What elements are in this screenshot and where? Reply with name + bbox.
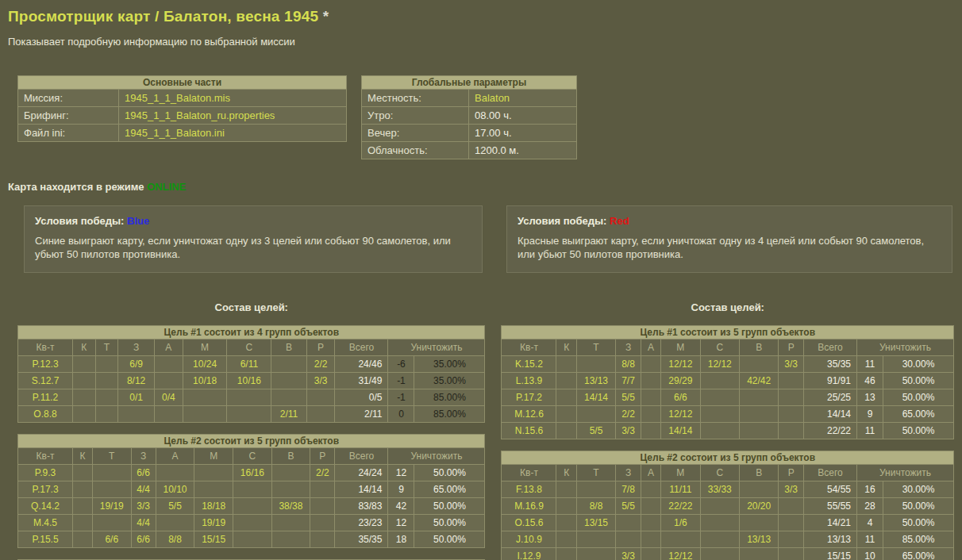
map-viewer-page: Просмотрщик карт / Балатон, весна 1945 *… bbox=[0, 0, 962, 560]
destroy-percent-cell: 85.00% bbox=[414, 405, 485, 422]
info-tables-row: Основные частиМиссия:1945_1_1_Balaton.mi… bbox=[17, 75, 954, 159]
type-count-cell: 13/15 bbox=[576, 514, 615, 531]
type-count-cell bbox=[641, 372, 660, 389]
type-count-cell: 6/6 bbox=[131, 464, 156, 481]
type-count-cell bbox=[739, 389, 778, 405]
destroy-percent-cell: 50.00% bbox=[883, 422, 954, 439]
info-value: 17.00 ч. bbox=[469, 125, 577, 142]
column-header: Кв-т bbox=[502, 464, 556, 481]
type-count-cell bbox=[73, 497, 93, 514]
victory-heading-label: Условия победы: bbox=[518, 215, 606, 227]
destroy-percent-cell: 50.00% bbox=[883, 497, 954, 514]
type-count-cell bbox=[118, 405, 155, 422]
quadrant-link[interactable]: P.11.2 bbox=[18, 389, 73, 405]
map-mode-line: Карта находится в режиме ONLINE bbox=[8, 181, 954, 193]
column-header: Всего bbox=[804, 464, 857, 481]
quadrant-link[interactable]: M.16.9 bbox=[502, 497, 556, 514]
type-count-cell bbox=[700, 531, 739, 547]
type-count-cell bbox=[576, 355, 615, 372]
info-table: Глобальные параметрыМестность:BalatonУтр… bbox=[361, 75, 577, 159]
victory-heading: Условия победы: Red bbox=[518, 215, 941, 227]
type-count-cell bbox=[310, 514, 335, 531]
type-count-cell: 5/5 bbox=[616, 389, 641, 405]
quadrant-link[interactable]: N.15.6 bbox=[502, 422, 556, 439]
destroy-percent-cell: 50.00% bbox=[883, 389, 954, 405]
quadrant-link[interactable]: I.12.9 bbox=[502, 547, 556, 560]
quadrant-link[interactable]: M.12.6 bbox=[502, 405, 556, 422]
page-subtitle: Показывает подробную информацию по выбра… bbox=[8, 36, 954, 48]
quadrant-link[interactable]: M.4.5 bbox=[18, 514, 73, 531]
type-count-cell bbox=[700, 497, 739, 514]
type-count-cell bbox=[73, 389, 96, 405]
type-count-cell: 6/11 bbox=[227, 355, 271, 372]
target-row: K.15.28/812/1212/123/335/351130.00% bbox=[502, 355, 954, 372]
destroy-count-cell: 4 bbox=[857, 514, 883, 531]
quadrant-link[interactable]: P.12.3 bbox=[18, 355, 73, 372]
type-count-cell: 3/3 bbox=[616, 422, 641, 439]
quadrant-link[interactable]: O.8.8 bbox=[18, 405, 73, 422]
type-count-cell: 5/5 bbox=[616, 497, 641, 514]
type-count-cell: 6/6 bbox=[131, 531, 156, 547]
quadrant-link[interactable]: S.12.7 bbox=[18, 372, 73, 389]
info-label: Вечер: bbox=[362, 125, 469, 142]
type-count-cell: 12/12 bbox=[661, 355, 700, 372]
column-header: К bbox=[556, 464, 576, 481]
quadrant-link[interactable]: P.9.3 bbox=[18, 464, 73, 481]
info-value-link[interactable]: 1945_1_1_Balaton.ini bbox=[119, 125, 347, 142]
destroy-count-cell: 28 bbox=[857, 497, 883, 514]
target-row: O.8.82/112/11085.00% bbox=[18, 405, 485, 422]
type-count-cell bbox=[271, 389, 306, 405]
quadrant-link[interactable]: Q.14.2 bbox=[18, 497, 73, 514]
column-header: З bbox=[118, 339, 155, 355]
type-count-cell: 3/3 bbox=[616, 547, 641, 560]
quadrant-link[interactable]: L.13.9 bbox=[502, 372, 556, 389]
type-count-cell: 10/10 bbox=[156, 481, 194, 497]
type-count-cell bbox=[739, 355, 778, 372]
info-row: Брифинг:1945_1_1_Balaton_ru.properties bbox=[18, 107, 347, 125]
target-row: J.10.913/1313/131185.00% bbox=[502, 531, 954, 547]
type-count-cell: 10/18 bbox=[183, 372, 227, 389]
column-header: Уничтожить bbox=[857, 339, 954, 355]
type-count-cell: 6/6 bbox=[661, 389, 700, 405]
type-count-cell bbox=[641, 481, 660, 497]
column-header: Р bbox=[306, 339, 335, 355]
targets-heading-right: Состав целей: bbox=[501, 301, 954, 313]
target-row: P.17.214/145/56/625/251350.00% bbox=[502, 389, 954, 405]
destroy-count-cell: 42 bbox=[388, 497, 414, 514]
total-cell: 31/49 bbox=[335, 372, 388, 389]
quadrant-link[interactable]: F.13.8 bbox=[502, 481, 556, 497]
type-count-cell: 12/12 bbox=[700, 355, 739, 372]
quadrant-link[interactable]: P.17.3 bbox=[18, 481, 73, 497]
column-header: Уничтожить bbox=[388, 339, 485, 355]
info-value-link[interactable]: Balaton bbox=[469, 90, 577, 107]
type-count-cell: 19/19 bbox=[194, 514, 233, 531]
page-title-link[interactable]: Просмотрщик карт bbox=[8, 8, 150, 25]
type-count-cell bbox=[700, 389, 739, 405]
destroy-percent-cell: 65.00% bbox=[883, 547, 954, 560]
quadrant-link[interactable]: K.15.2 bbox=[502, 355, 556, 372]
info-value-link[interactable]: 1945_1_1_Balaton.mis bbox=[119, 90, 347, 107]
column-header: С bbox=[227, 339, 271, 355]
type-count-cell bbox=[641, 389, 660, 405]
quadrant-link[interactable]: P.17.2 bbox=[502, 389, 556, 405]
type-count-cell bbox=[310, 531, 335, 547]
info-value-link[interactable]: 1945_1_1_Balaton_ru.properties bbox=[119, 107, 347, 125]
info-table: Основные частиМиссия:1945_1_1_Balaton.mi… bbox=[17, 75, 347, 142]
column-header: В bbox=[271, 447, 310, 464]
total-cell: 2/11 bbox=[335, 405, 388, 422]
destroy-percent-cell: 50.00% bbox=[883, 514, 954, 531]
quadrant-link[interactable]: O.15.6 bbox=[502, 514, 556, 531]
column-header: Всего bbox=[335, 447, 388, 464]
type-count-cell bbox=[233, 531, 271, 547]
quadrant-link[interactable]: P.15.5 bbox=[18, 531, 73, 547]
type-count-cell bbox=[556, 514, 576, 531]
target-table: Цель #2 состоит из 5 групп объектовКв-тК… bbox=[17, 434, 485, 548]
column-header: Уничтожить bbox=[388, 447, 485, 464]
type-count-cell bbox=[700, 422, 739, 439]
column-header: М bbox=[661, 339, 700, 355]
type-count-cell: 0/1 bbox=[118, 389, 155, 405]
type-count-cell bbox=[739, 481, 778, 497]
type-count-cell bbox=[641, 355, 660, 372]
quadrant-link[interactable]: J.10.9 bbox=[502, 531, 556, 547]
total-cell: 55/55 bbox=[804, 497, 857, 514]
